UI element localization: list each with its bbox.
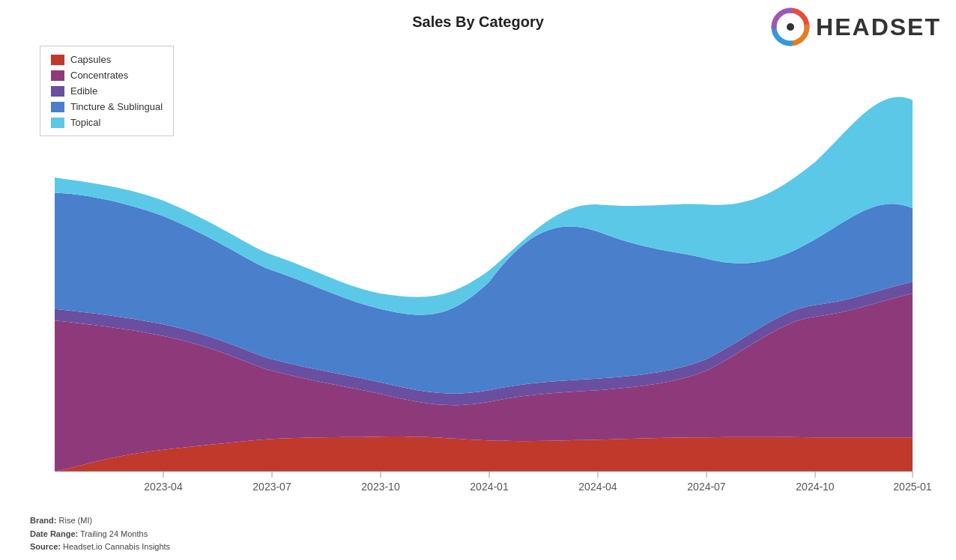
footer-source-value: Headset.io Cannabis Insights — [63, 542, 170, 551]
footer-date-range-value: Trailing 24 Months — [80, 529, 148, 538]
legend-label-tincture: Tincture & Sublingual — [70, 101, 163, 112]
legend-item-topical: Topical — [51, 117, 163, 128]
legend-item-capsules: Capsules — [51, 54, 163, 65]
legend-item-concentrates: Concentrates — [51, 70, 163, 81]
legend-color-topical — [51, 118, 64, 128]
svg-point-1 — [787, 23, 794, 31]
legend-label-topical: Topical — [70, 117, 100, 128]
footer-source: Source: Headset.io Cannabis Insights — [30, 541, 170, 554]
legend-color-edible — [51, 86, 64, 97]
footer-brand-value: Rise (MI) — [59, 516, 93, 525]
x-label-3: 2023-10 — [361, 481, 399, 493]
logo-text: HEADSET — [816, 13, 941, 41]
footer-brand: Brand: Rise (MI) — [30, 514, 170, 528]
chart-title: Sales By Category — [412, 13, 544, 31]
legend-color-tincture — [51, 102, 64, 112]
footer-source-label: Source: — [30, 542, 61, 551]
x-label-2: 2023-07 — [252, 481, 291, 493]
x-label-8: 2025-01 — [893, 481, 931, 493]
x-label-6: 2024-07 — [687, 481, 725, 493]
legend-item-edible: Edible — [51, 85, 163, 97]
footer-date-range-label: Date Range: — [30, 529, 78, 538]
legend-label-edible: Edible — [70, 85, 97, 97]
chart-legend: Capsules Concentrates Edible Tincture & … — [40, 46, 174, 136]
legend-item-tincture: Tincture & Sublingual — [51, 101, 163, 112]
x-label-7: 2024-10 — [796, 481, 834, 493]
chart-area: Capsules Concentrates Edible Tincture & … — [32, 38, 946, 502]
footer-brand-label: Brand: — [30, 516, 56, 525]
page-container: HEADSET Sales By Category Capsules Conce… — [0, 0, 956, 560]
legend-label-concentrates: Concentrates — [70, 70, 128, 81]
legend-label-capsules: Capsules — [70, 54, 111, 65]
x-label-5: 2024-04 — [578, 481, 617, 493]
x-label-4: 2024-01 — [470, 481, 508, 493]
legend-color-concentrates — [51, 70, 64, 81]
x-label-1: 2023-04 — [144, 481, 182, 493]
legend-color-capsules — [51, 55, 64, 65]
footer-info: Brand: Rise (MI) Date Range: Trailing 24… — [30, 514, 170, 554]
footer-date-range: Date Range: Trailing 24 Months — [30, 528, 170, 541]
